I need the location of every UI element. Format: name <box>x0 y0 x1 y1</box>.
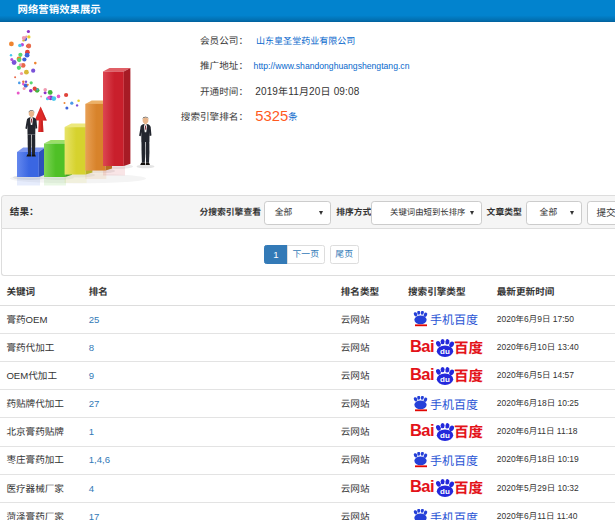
svg-text:手机百度: 手机百度 <box>430 313 478 327</box>
svg-text:百度: 百度 <box>454 480 483 496</box>
svg-text:手机百度: 手机百度 <box>430 510 478 520</box>
svg-text:du: du <box>440 347 450 356</box>
svg-text:Bai: Bai <box>410 338 434 355</box>
svg-text:Bai: Bai <box>410 366 434 383</box>
svg-text:du: du <box>440 488 450 497</box>
svg-text:百度: 百度 <box>454 367 483 383</box>
svg-text:Bai: Bai <box>410 422 434 439</box>
svg-text:du: du <box>440 375 450 384</box>
svg-text:Bai: Bai <box>410 478 434 495</box>
svg-text:手机百度: 手机百度 <box>430 397 478 411</box>
svg-text:百度: 百度 <box>454 424 483 440</box>
svg-text:手机百度: 手机百度 <box>430 454 478 468</box>
svg-text:du: du <box>440 431 450 440</box>
svg-text:百度: 百度 <box>454 339 483 355</box>
